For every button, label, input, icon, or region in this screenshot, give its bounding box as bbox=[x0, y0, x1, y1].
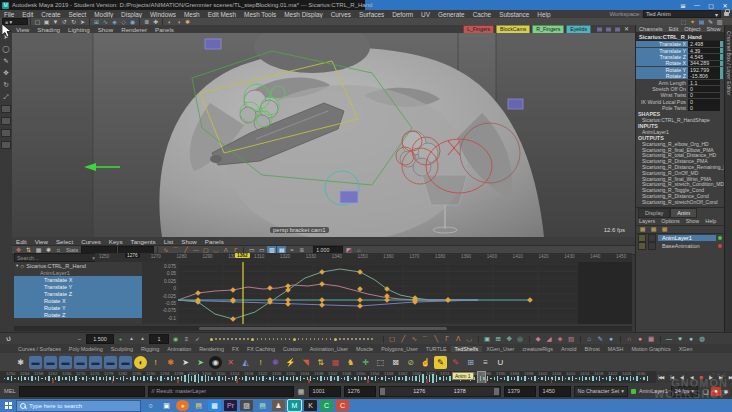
menu-uv[interactable]: UV bbox=[417, 11, 434, 18]
key-tool-icon[interactable]: ✥ bbox=[505, 335, 514, 343]
maya-icon[interactable]: M bbox=[288, 400, 301, 411]
tween-tick[interactable] bbox=[289, 338, 291, 340]
ge-menu-edit[interactable]: Edit bbox=[12, 238, 31, 245]
keyshot-icon[interactable]: K bbox=[304, 400, 317, 411]
ge-menu-select[interactable]: Select bbox=[52, 238, 77, 245]
shelf-item-shelf-gear[interactable]: ✱ bbox=[14, 356, 27, 369]
tween-tick[interactable] bbox=[322, 338, 324, 340]
menu-edit[interactable]: Edit bbox=[18, 11, 37, 18]
channel-label[interactable]: IK World Local Pos bbox=[636, 99, 688, 105]
outliner-channel-translate-y[interactable]: Translate Y bbox=[14, 283, 142, 290]
tween-tick[interactable] bbox=[314, 338, 316, 340]
tween-tick[interactable] bbox=[318, 338, 320, 340]
tangent-button-icon[interactable]: ╲ bbox=[432, 335, 441, 343]
tangent-button-icon[interactable]: ◡ bbox=[465, 335, 474, 343]
tween-tick[interactable] bbox=[219, 338, 221, 340]
menu-file[interactable]: File bbox=[0, 11, 18, 18]
shelf-tab-mash[interactable]: MASH bbox=[604, 346, 628, 352]
shelf-item-plus-green-tool[interactable]: ✛ bbox=[359, 356, 372, 369]
ge-menu-panels[interactable]: Panels bbox=[201, 238, 228, 245]
premiere-icon[interactable]: Pr bbox=[224, 400, 237, 411]
viewport-menu-view[interactable]: View bbox=[12, 26, 33, 33]
layer-filter-icon[interactable]: ▦ bbox=[638, 225, 647, 233]
viewport-menu-show[interactable]: Show bbox=[94, 26, 117, 33]
anim-option-icon[interactable]: ≡ bbox=[182, 335, 191, 343]
menu-generate[interactable]: Generate bbox=[434, 11, 469, 18]
layout-shortcut[interactable] bbox=[1, 105, 11, 113]
shelf-item-picker-2[interactable]: ▬ bbox=[44, 356, 57, 369]
decrement-button[interactable]: − bbox=[75, 335, 84, 343]
shelf-item-folder-edit-tool[interactable]: ✎ bbox=[434, 356, 447, 369]
channel-label[interactable]: Arm Length bbox=[636, 80, 688, 86]
menu-display[interactable]: Display bbox=[117, 11, 146, 18]
shelf-item-gear-tool[interactable]: ✱ bbox=[164, 356, 177, 369]
maximize-button[interactable]: ▢ bbox=[704, 2, 718, 9]
offset-value-field[interactable]: 1.500 bbox=[86, 334, 114, 344]
start-button[interactable] bbox=[0, 399, 16, 412]
channel-value[interactable]: 0 bbox=[688, 99, 720, 105]
shelf-item-horse-tool[interactable]: ♞ bbox=[344, 356, 357, 369]
anim-prefs-icon[interactable]: ✱ bbox=[721, 387, 731, 396]
graph-curve-area[interactable] bbox=[178, 262, 632, 324]
shelf-item-slash-tool[interactable]: ⊘ bbox=[404, 356, 417, 369]
tween-tick[interactable] bbox=[273, 338, 275, 340]
shelf-item-runner-tool[interactable]: ⚡ bbox=[284, 356, 297, 369]
node-label[interactable]: Sicarius:CTRL_R_Hand bbox=[26, 263, 86, 269]
tween-tick[interactable] bbox=[223, 338, 225, 340]
shelf-item-arc-tool[interactable]: ◭ bbox=[239, 356, 252, 369]
tween-tick[interactable] bbox=[277, 338, 279, 340]
end-tool-icon[interactable]: ♥ bbox=[676, 335, 685, 343]
shelf-tab-rendering[interactable]: Rendering bbox=[195, 346, 228, 352]
shelf-tab-turtle[interactable]: TURTLE bbox=[422, 346, 451, 352]
outliner-channel-rotate-x[interactable]: Rotate X bbox=[14, 297, 142, 304]
layout-shortcut[interactable] bbox=[1, 117, 11, 125]
channel-label[interactable]: Rotate X bbox=[636, 60, 688, 66]
shelf-item-grid-plus-tool[interactable]: ⊞ bbox=[464, 356, 477, 369]
tween-tick[interactable] bbox=[363, 338, 365, 340]
shelf-tab-tedshelfs[interactable]: TedShelfs bbox=[451, 346, 483, 352]
menu-surfaces[interactable]: Surfaces bbox=[355, 11, 388, 18]
lock-icon[interactable] bbox=[724, 12, 729, 16]
layer-solo-toggle[interactable] bbox=[648, 242, 656, 250]
tween-tick[interactable] bbox=[347, 338, 349, 340]
count-field[interactable]: 1 bbox=[149, 334, 169, 344]
shelf-item-picker-6[interactable]: ▬ bbox=[104, 356, 117, 369]
shelf-item-cursor-green-tool[interactable]: ➤ bbox=[194, 356, 207, 369]
bookmark-icon[interactable]: ▤ bbox=[604, 25, 613, 33]
shelf-tab-motion-graphics[interactable]: Motion Graphics bbox=[627, 346, 674, 352]
move-tool-icon[interactable]: ✥ bbox=[2, 69, 11, 77]
keyframe[interactable] bbox=[319, 297, 325, 303]
channel-value[interactable]: 192.799 bbox=[688, 67, 723, 73]
outliner-channel-rotate-z[interactable]: Rotate Z bbox=[14, 311, 142, 318]
task-view-icon[interactable]: ▣ bbox=[160, 400, 173, 411]
outliner-channel-translate-z[interactable]: Translate Z bbox=[14, 290, 142, 297]
tween-tick[interactable] bbox=[302, 338, 304, 340]
scale-tool-icon[interactable]: ⤢ bbox=[2, 93, 11, 101]
taskbar-search-input[interactable]: Type here to search bbox=[16, 400, 141, 412]
cb-menu-channels[interactable]: Channels bbox=[636, 26, 666, 32]
layer-solo-toggle[interactable] bbox=[648, 234, 656, 242]
keyframe[interactable] bbox=[230, 316, 236, 322]
graph-h-scrollbar[interactable] bbox=[14, 326, 632, 331]
channel-label[interactable]: Translate Z bbox=[636, 54, 688, 60]
layer-mute-toggle[interactable] bbox=[638, 234, 646, 242]
channel-label[interactable]: Wrist Twist bbox=[636, 92, 688, 98]
keyframe[interactable] bbox=[285, 297, 291, 303]
shelf-tab-rigging[interactable]: Rigging bbox=[137, 346, 163, 352]
fps-dropdown[interactable]: 24 fps▾ bbox=[671, 386, 698, 397]
cb-menu-edit[interactable]: Edit bbox=[666, 26, 682, 32]
channel-label[interactable]: Pole Twist bbox=[636, 105, 688, 111]
photos-app-icon[interactable]: ▩ bbox=[208, 400, 221, 411]
layer-editor-tab-display[interactable]: Display bbox=[638, 208, 670, 218]
shelf-tab-bifrost[interactable]: Bifrost bbox=[581, 346, 604, 352]
key-tool-icon[interactable]: ⊞ bbox=[494, 335, 503, 343]
shelf-item-pose-tool[interactable]: ⇅ bbox=[314, 356, 327, 369]
shelf-item-grid-red-tool[interactable]: ▦ bbox=[329, 356, 342, 369]
menu-select[interactable]: Select bbox=[65, 11, 91, 18]
output-node[interactable]: Sicariusrig_R_stretchOnOff_Cond bbox=[636, 199, 725, 205]
shelf-tab-poly-modeling[interactable]: Poly Modeling bbox=[65, 346, 107, 352]
paint-select-tool-icon[interactable]: ✎ bbox=[2, 57, 11, 65]
tween-tick[interactable] bbox=[310, 338, 312, 340]
end-tool-icon[interactable]: — bbox=[665, 335, 674, 343]
character-set-dropdown[interactable]: No Character Set▾ bbox=[574, 386, 628, 397]
